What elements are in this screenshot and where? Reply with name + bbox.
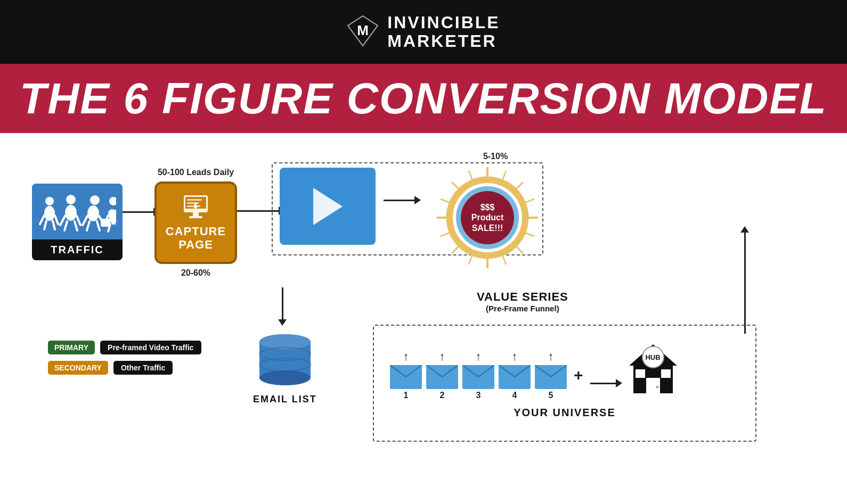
svg-line-19	[97, 221, 100, 230]
capture-block: 50-100 Leads Daily	[154, 168, 237, 278]
email-list-block: EMAIL LIST	[253, 330, 317, 405]
dotted-region: 5-10%	[280, 168, 376, 245]
email-1: ↑ 1	[390, 350, 422, 400]
svg-line-46	[502, 255, 506, 265]
svg-point-53	[259, 334, 311, 349]
banner-title: THE 6 FIGURE CONVERSION MODEL	[20, 77, 827, 120]
legend: PRIMARY Pre-framed Video Traffic SECONDA…	[48, 341, 197, 375]
secondary-text: Other Traffic	[113, 361, 173, 375]
svg-point-15	[87, 205, 99, 221]
svg-line-12	[64, 221, 67, 230]
universe-label: YOUR UNIVERSE	[374, 407, 755, 419]
svg-point-8	[66, 195, 76, 204]
svg-text:M: M	[357, 22, 369, 38]
hub-block: HUB	[624, 342, 682, 395]
people-icon	[39, 193, 116, 233]
envelope-3	[462, 365, 494, 389]
email-num-2: 2	[440, 391, 445, 400]
sale-text: $$$ Product SALE!!!	[471, 202, 503, 233]
svg-line-11	[77, 216, 80, 225]
database-icon	[256, 330, 314, 389]
svg-line-4	[40, 216, 44, 224]
svg-point-52	[259, 370, 311, 385]
svg-line-7	[53, 221, 55, 229]
svg-line-5	[55, 216, 58, 224]
hub-to-sale-arrow	[740, 226, 749, 334]
svg-line-16	[83, 216, 87, 225]
svg-line-13	[75, 221, 77, 230]
banner: THE 6 FIGURE CONVERSION MODEL	[0, 64, 847, 133]
svg-rect-33	[194, 203, 197, 207]
capture-text: CAPTURE PAGE	[166, 225, 226, 251]
svg-rect-31	[189, 216, 202, 218]
arrow-video-sale	[384, 200, 416, 201]
brand-line2: MARKETER	[387, 32, 496, 51]
universe-box: ↑ 1 ↑ 2	[373, 325, 756, 442]
video-block	[280, 168, 376, 245]
envelope-2	[426, 365, 458, 389]
email-2: ↑ 2	[426, 350, 458, 400]
svg-point-14	[90, 195, 100, 205]
header-text: INVINCIBLE MARKETER	[387, 13, 500, 51]
play-button	[313, 188, 343, 225]
svg-line-18	[87, 221, 89, 230]
brand-line1: INVINCIBLE	[387, 13, 500, 32]
svg-rect-27	[187, 199, 202, 201]
svg-line-47	[469, 255, 473, 265]
email-num-3: 3	[476, 391, 481, 400]
primary-badge: PRIMARY	[48, 341, 95, 354]
email-5: ↑ 5	[535, 350, 567, 400]
sale-block: 5-10%	[434, 152, 541, 271]
email-num-5: 5	[549, 391, 553, 400]
arrow-line-3	[384, 200, 416, 201]
svg-point-3	[44, 206, 55, 221]
legend-primary: PRIMARY Pre-framed Video Traffic	[48, 341, 197, 354]
plus-sign: +	[574, 366, 583, 384]
svg-line-45	[525, 233, 534, 236]
arrow-line	[123, 211, 154, 213]
svg-line-40	[516, 246, 523, 253]
traffic-label-area: TRAFFIC	[32, 239, 123, 260]
burst-inner: $$$ Product SALE!!!	[461, 191, 514, 244]
email-4: ↑ 4	[499, 350, 531, 400]
svg-rect-64	[636, 369, 645, 378]
traffic-box: TRAFFIC	[32, 184, 123, 260]
envelope-4	[499, 365, 531, 389]
traffic-block: TRAFFIC	[32, 184, 123, 260]
capture-icon	[181, 194, 210, 222]
conversion-label: 20-60%	[181, 268, 210, 278]
email-num-4: 4	[512, 391, 517, 400]
up-arrow-line	[744, 233, 746, 334]
emails-section: ↑ 1 ↑ 2	[374, 326, 755, 406]
value-series-sub: (Pre-Frame Funnel)	[477, 304, 568, 313]
legend-secondary: SECONDARY Other Traffic	[48, 361, 197, 375]
secondary-badge: SECONDARY	[48, 361, 108, 375]
arrow-to-hub	[590, 383, 617, 384]
sale-percent: 5-10%	[483, 152, 508, 161]
capture-box: CAPTURE PAGE	[154, 181, 237, 264]
email-list-label: EMAIL LIST	[253, 394, 317, 405]
envelope-5	[535, 365, 567, 389]
svg-rect-28	[187, 202, 199, 204]
value-series-label-area: VALUE SERIES (Pre-Frame Funnel)	[477, 290, 568, 313]
bottom-row: PRIMARY Pre-framed Video Traffic SECONDA…	[32, 330, 815, 405]
hub-arrow-line	[590, 383, 617, 384]
burst-container: $$$ Product SALE!!!	[434, 164, 541, 271]
email-num-1: 1	[404, 391, 409, 400]
svg-line-6	[44, 221, 46, 229]
svg-rect-30	[193, 212, 199, 217]
primary-text: Pre-framed Video Traffic	[100, 341, 201, 354]
main-content: TRAFFIC 50-100 Leads Daily	[0, 133, 847, 504]
arrow-traffic-capture	[123, 211, 154, 213]
envelope-1	[390, 365, 422, 389]
svg-rect-65	[661, 369, 671, 378]
email-3: ↑ 3	[462, 350, 494, 400]
vertical-line	[282, 287, 283, 319]
leads-label: 50-100 Leads Daily	[158, 168, 234, 177]
hub-arrow-head	[616, 379, 622, 387]
logo-icon: M	[347, 15, 379, 49]
vertical-arrow-area	[278, 287, 287, 326]
hub-label: HUB	[642, 346, 664, 368]
svg-point-9	[65, 205, 77, 221]
svg-point-66	[656, 386, 658, 389]
